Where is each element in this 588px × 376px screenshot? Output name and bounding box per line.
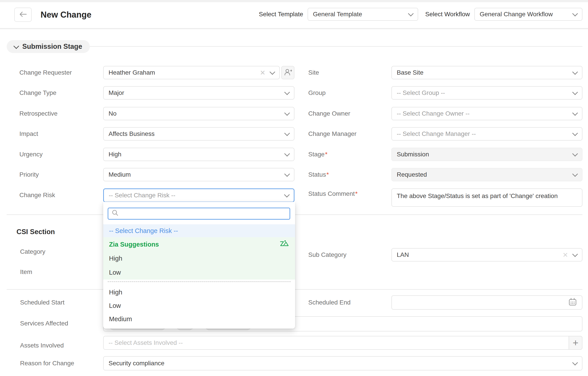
priority-value: Medium (108, 171, 285, 178)
zia-icon (279, 240, 289, 249)
window-top-strip (0, 0, 588, 2)
dropdown-search-input[interactable] (108, 208, 290, 220)
clear-icon[interactable]: ✕ (260, 69, 266, 77)
retrospective-select[interactable]: No (103, 107, 294, 120)
item-label: Item (20, 268, 32, 276)
status-comment-label: Status Comment* (308, 190, 358, 198)
zia-suggestions-title: Zia Suggestions (109, 241, 159, 248)
stage-label: Stage* (308, 151, 327, 158)
section-divider (83, 46, 582, 47)
sub-category-select[interactable]: LAN ✕ (391, 248, 582, 261)
reason-for-change-value: Security compliance (108, 360, 573, 367)
chevron-down-icon (284, 89, 290, 95)
change-owner-placeholder: -- Select Change Owner -- (397, 110, 573, 117)
chevron-down-icon (572, 89, 578, 95)
group-select[interactable]: -- Select Group -- (391, 86, 582, 100)
chevron-down-icon (284, 130, 290, 136)
template-select-value: General Template (313, 11, 409, 18)
chevron-down-icon (269, 69, 275, 75)
change-manager-select[interactable]: -- Select Change Manager -- (391, 127, 582, 141)
impact-label: Impact (19, 130, 38, 138)
dropdown-divider (108, 281, 291, 282)
urgency-select[interactable]: High (103, 148, 294, 161)
required-asterisk: * (325, 151, 327, 158)
status-value: Requested (397, 171, 573, 178)
template-select[interactable]: General Template (308, 8, 418, 21)
change-type-label: Change Type (19, 89, 56, 97)
zia-option-high[interactable]: High (103, 251, 295, 265)
change-risk-select[interactable]: -- Select Change Risk -- (103, 188, 294, 202)
change-requester-label: Change Requester (19, 69, 72, 76)
chevron-down-icon (572, 69, 578, 75)
group-label: Group (308, 89, 326, 97)
section-title: Submission Stage (22, 42, 82, 51)
page-title: New Change (41, 9, 91, 20)
submission-stage-toggle[interactable]: Submission Stage (7, 40, 90, 53)
status-select[interactable]: Requested (391, 168, 582, 181)
site-value: Base Site (397, 69, 573, 76)
group-placeholder: -- Select Group -- (397, 89, 573, 96)
option-high[interactable]: High (103, 286, 295, 299)
chevron-down-icon (408, 11, 414, 16)
change-type-value: Major (108, 89, 285, 96)
chevron-down-icon (572, 251, 578, 257)
zia-suggestions-header: Zia Suggestions (103, 237, 295, 251)
change-manager-placeholder: -- Select Change Manager -- (397, 130, 573, 137)
reason-for-change-select[interactable]: Security compliance (103, 356, 582, 370)
zia-suggestions-block: Zia Suggestions High Low (103, 237, 295, 280)
scheduled-end-label: Scheduled End (308, 299, 351, 306)
chevron-down-icon (284, 192, 289, 197)
status-comment-input[interactable]: The above Stage/Status is set as part of… (391, 188, 582, 207)
urgency-value: High (108, 151, 285, 158)
person-plus-icon (284, 69, 292, 77)
change-risk-dropdown-panel: -- Select Change Risk -- Zia Suggestions… (103, 202, 295, 329)
back-button[interactable] (14, 8, 32, 22)
chevron-down-icon (284, 151, 290, 156)
status-label: Status* (308, 171, 329, 178)
change-type-select[interactable]: Major (103, 86, 294, 100)
zia-option-low[interactable]: Low (103, 265, 295, 280)
calendar-icon[interactable] (568, 297, 577, 308)
stage-value: Submission (397, 151, 573, 158)
required-asterisk: * (326, 171, 329, 178)
scheduled-end-input[interactable] (391, 295, 582, 310)
chevron-down-icon (572, 130, 578, 136)
option-medium[interactable]: Medium (103, 312, 295, 326)
csi-section-title: CSI Section (17, 228, 55, 236)
workflow-select-value: General Change Workflow (480, 11, 573, 18)
chevron-down-icon (572, 360, 578, 365)
change-requester-field[interactable]: Heather Graham ✕ (103, 66, 280, 79)
select-workflow-label: Select Workflow (421, 10, 470, 18)
site-label: Site (308, 69, 319, 76)
add-asset-button[interactable]: + (569, 336, 582, 350)
sub-category-value: LAN (397, 251, 563, 258)
stage-select[interactable]: Submission (391, 148, 582, 161)
change-manager-label: Change Manager (308, 130, 356, 138)
chevron-down-icon (572, 110, 578, 115)
add-requester-button[interactable] (281, 66, 294, 79)
reason-for-change-label: Reason for Change (20, 359, 74, 367)
change-risk-label: Change Risk (19, 191, 55, 199)
site-select[interactable]: Base Site (391, 66, 582, 79)
retrospective-value: No (108, 110, 285, 117)
sub-category-label: Sub Category (308, 251, 346, 259)
priority-select[interactable]: Medium (103, 168, 294, 181)
assets-involved-field[interactable]: -- Select Assets Involved -- (103, 336, 582, 350)
scheduled-start-label: Scheduled Start (20, 299, 64, 306)
option-low[interactable]: Low (103, 299, 295, 312)
search-icon (111, 209, 119, 218)
option-select-change-risk[interactable]: -- Select Change Risk -- (103, 224, 295, 237)
impact-select[interactable]: Affects Business (103, 127, 294, 141)
change-risk-placeholder: -- Select Change Risk -- (109, 192, 285, 199)
assets-involved-placeholder: -- Select Assets Involved -- (108, 339, 577, 346)
select-template-label: Select Template (254, 10, 303, 18)
priority-label: Priority (19, 171, 39, 178)
chevron-down-icon (572, 171, 578, 177)
change-owner-select[interactable]: -- Select Change Owner -- (391, 107, 582, 120)
change-requester-value: Heather Graham (108, 69, 260, 76)
change-owner-label: Change Owner (308, 110, 350, 117)
category-label: Category (20, 248, 45, 255)
clear-icon[interactable]: ✕ (563, 251, 568, 259)
workflow-select[interactable]: General Change Workflow (474, 8, 582, 21)
chevron-down-icon (284, 110, 290, 115)
